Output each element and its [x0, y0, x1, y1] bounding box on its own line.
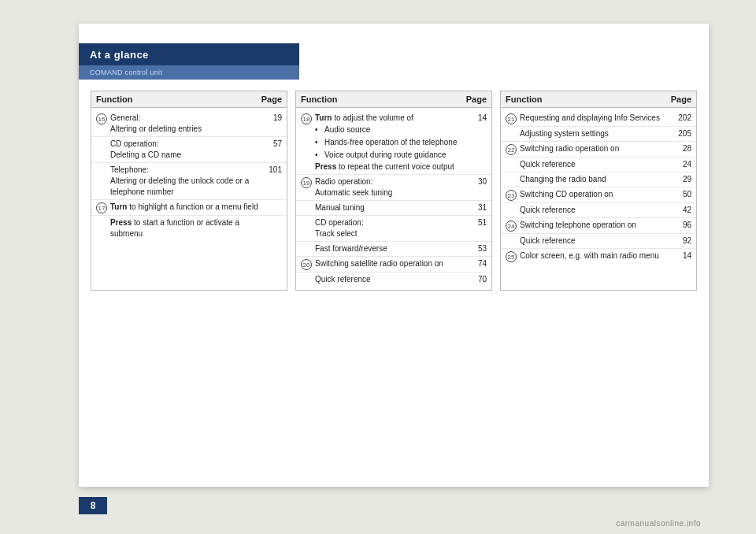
row-20b-page: 70	[463, 274, 487, 284]
row-18-page: 14	[463, 113, 487, 122]
table-row: 17 Turn to highlight a function or a men…	[91, 200, 287, 216]
row-num-empty	[96, 139, 110, 139]
table-row: Quick reference 70	[296, 273, 491, 287]
row-19b-page: 31	[463, 202, 487, 212]
row-num-25: 25	[506, 250, 520, 262]
col1-function-header: Function	[96, 95, 258, 104]
row-num-empty2	[96, 165, 110, 165]
row-23-page: 50	[668, 189, 691, 198]
row-25-content: Color screen, e.g. with main radio menu	[520, 250, 668, 261]
row-num-empty5	[301, 217, 315, 218]
col3-function-header: Function	[506, 95, 668, 104]
row-20-page: 74	[463, 258, 487, 268]
row-num-23: 23	[506, 189, 520, 201]
table-row: CD operation:Track select 51	[296, 216, 491, 242]
col2-page-header: Page	[463, 95, 487, 104]
row-24b-content: Quick reference	[520, 235, 668, 247]
row-22-page: 28	[668, 143, 691, 153]
row-23b-page: 42	[668, 205, 691, 214]
table-row: Fast forward/reverse 53	[296, 242, 491, 257]
row-24b-page: 92	[668, 235, 691, 245]
row-22-content: Switching radio operation on	[520, 143, 668, 154]
row-num-empty12	[506, 235, 520, 236]
header-bar: At a glance	[79, 43, 299, 65]
header-title: At a glance	[90, 49, 149, 61]
row-num-24: 24	[506, 220, 520, 232]
bullet-item: •Voice output during route guidance	[315, 149, 463, 161]
bullet-item: •Hands-free operation of the telephone	[315, 136, 463, 149]
table-row: Adjusting system settings 205	[501, 127, 696, 142]
row-num-empty7	[301, 274, 315, 275]
table-row: 19 Radio operation:Automatic seek tuning…	[296, 175, 491, 201]
sub-bar-text: COMAND control unit	[90, 69, 162, 76]
table-header-1: Function Page	[91, 91, 287, 108]
table-row: Changing the radio band 29	[501, 172, 696, 187]
row-16b-content: CD operation:Deleting a CD name	[110, 139, 258, 161]
table-row: 20 Switching satellite radio operation o…	[296, 257, 491, 273]
tables-area: Function Page 16 General:Altering or del…	[91, 91, 697, 291]
table-row: 22 Switching radio operation on 28	[501, 142, 696, 158]
row-23b-content: Quick reference	[520, 205, 668, 216]
sub-bar: COMAND control unit	[79, 65, 299, 80]
table-row: Quick reference 24	[501, 158, 696, 172]
table-col-2: Function Page 18 Turn to adjust the volu…	[295, 91, 492, 291]
row-21-page: 202	[668, 113, 691, 122]
table-header-2: Function Page	[296, 91, 491, 108]
row-num-20: 20	[301, 258, 315, 270]
row-18-content: Turn to adjust the volume of •Audio sour…	[315, 113, 463, 172]
table-row: Telephone:Altering or deleting the unloc…	[91, 163, 287, 200]
row-16-content: General:Altering or deleting entries	[110, 113, 258, 135]
row-16b-page: 57	[258, 139, 282, 148]
row-num-18: 18	[301, 113, 315, 124]
row-num-empty10	[506, 174, 520, 175]
table-row: 18 Turn to adjust the volume of •Audio s…	[296, 111, 491, 175]
table-row: CD operation:Deleting a CD name 57	[91, 137, 287, 163]
row-19-content: Radio operation:Automatic seek tuning	[315, 176, 463, 198]
table-row: Quick reference 92	[501, 234, 696, 249]
row-16c-content: Telephone:Altering or deleting the unloc…	[110, 165, 258, 198]
row-19-page: 30	[463, 176, 487, 186]
col3-body: 21 Requesting and displaying Info Servic…	[501, 108, 696, 267]
row-24-content: Switching telephone operation on	[520, 220, 668, 231]
page-number: 8	[91, 500, 96, 511]
row-21b-content: Adjusting system settings	[520, 128, 668, 139]
table-row: Press to start a function or activate a …	[91, 216, 287, 241]
row-25-page: 14	[668, 250, 691, 260]
row-num-empty11	[506, 205, 520, 206]
row-22c-page: 29	[668, 174, 691, 184]
row-num-17: 17	[96, 202, 110, 213]
row-19d-page: 53	[463, 243, 487, 253]
row-19b-content: Manual tuning	[315, 202, 463, 213]
row-num-empty9	[506, 159, 520, 160]
col1-body: 16 General:Altering or deleting entries …	[91, 108, 287, 244]
row-20-content: Switching satellite radio operation on	[315, 258, 463, 269]
table-row: 24 Switching telephone operation on 96	[501, 218, 696, 234]
row-17-content: Turn to highlight a function or a menu f…	[110, 202, 258, 213]
row-num-empty3	[96, 217, 110, 218]
bullet-item: •Audio source	[315, 124, 463, 136]
col2-body: 18 Turn to adjust the volume of •Audio s…	[296, 108, 491, 290]
table-row: Quick reference 42	[501, 203, 696, 218]
row-21-content: Requesting and displaying Info Services	[520, 113, 668, 124]
col3-page-header: Page	[668, 95, 691, 104]
table-row: Manual tuning 31	[296, 201, 491, 216]
row-19c-page: 51	[463, 217, 487, 227]
row-24-page: 96	[668, 220, 691, 229]
col1-page-header: Page	[258, 95, 282, 104]
row-num-empty8	[506, 128, 520, 129]
row-17b-page	[258, 217, 282, 218]
row-20b-content: Quick reference	[315, 274, 463, 285]
row-num-empty4	[301, 202, 315, 203]
table-col-3: Function Page 21 Requesting and displayi…	[500, 91, 697, 291]
table-row: 25 Color screen, e.g. with main radio me…	[501, 249, 696, 264]
col2-function-header: Function	[301, 95, 463, 104]
row-16c-page: 101	[258, 165, 282, 174]
page-number-badge: 8	[79, 497, 107, 514]
table-header-3: Function Page	[501, 91, 696, 108]
row-22c-content: Changing the radio band	[520, 174, 668, 185]
row-23-content: Switching CD operation on	[520, 189, 668, 200]
row-17-page	[258, 202, 282, 202]
table-row: 23 Switching CD operation on 50	[501, 187, 696, 203]
table-row: 16 General:Altering or deleting entries …	[91, 111, 287, 137]
row-19c-content: CD operation:Track select	[315, 217, 463, 239]
